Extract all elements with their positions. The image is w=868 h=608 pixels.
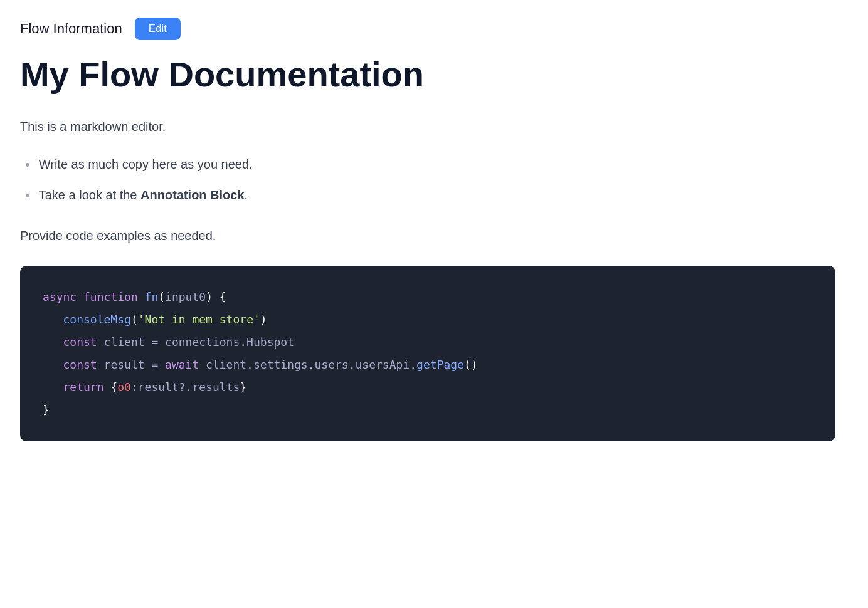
intro-paragraph: This is a markdown editor. — [20, 117, 848, 137]
bullet-dot: • — [25, 154, 30, 175]
bullet-dot: • — [25, 185, 30, 206]
section-label: Flow Information — [20, 21, 122, 37]
code-line-1: async function fn(input0) { — [43, 286, 813, 308]
list-item: • Take a look at the Annotation Block. — [25, 185, 848, 206]
list-item-text: Take a look at the Annotation Block. — [39, 185, 248, 205]
code-line-2: consoleMsg('Not in mem store') — [43, 308, 813, 331]
code-line-5: return {o0:result?.results} — [43, 376, 813, 399]
code-line-4: const result = await client.settings.use… — [43, 354, 813, 376]
code-block: async function fn(input0) { consoleMsg('… — [20, 266, 835, 441]
code-line-6: } — [43, 399, 813, 421]
list-item: • Write as much copy here as you need. — [25, 154, 848, 175]
code-line-3: const client = connections.Hubspot — [43, 331, 813, 354]
bullet-list: • Write as much copy here as you need. •… — [20, 154, 848, 206]
edit-button[interactable]: Edit — [135, 18, 181, 40]
code-intro-text: Provide code examples as needed. — [20, 226, 848, 246]
annotation-block-bold: Annotation Block — [140, 188, 245, 202]
list-item-text: Write as much copy here as you need. — [39, 154, 253, 174]
doc-title: My Flow Documentation — [20, 55, 848, 94]
